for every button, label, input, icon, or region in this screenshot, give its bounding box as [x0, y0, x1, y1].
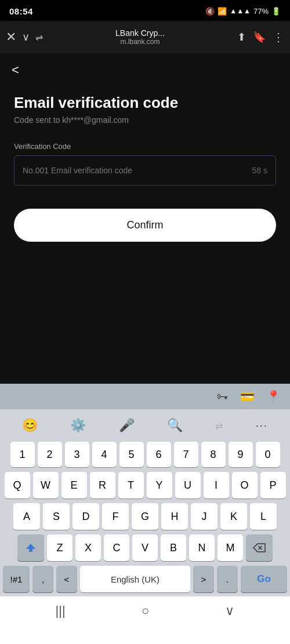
space-label: English (UK)	[111, 574, 160, 584]
bookmark-icon[interactable]: 🔖	[253, 31, 266, 43]
card-toolbar-icon[interactable]: 💳	[240, 390, 255, 403]
zxcv-row: Z X C V B N M	[0, 532, 290, 563]
mute-icon: 🔇	[205, 7, 215, 16]
shift-key[interactable]	[17, 534, 44, 561]
search-key[interactable]: 🔍	[162, 416, 187, 435]
browser-actions: ⬆ 🔖 ⋮	[237, 30, 284, 44]
qwerty-row: Q W E R T Y U I O P	[0, 470, 290, 501]
share-icon[interactable]: ⬆	[237, 31, 246, 43]
wifi-icon: 📶	[217, 7, 227, 16]
mic-key[interactable]: 🎤	[114, 416, 139, 435]
page-title: Email verification code	[14, 94, 276, 112]
key-s[interactable]: S	[43, 503, 70, 530]
key-h[interactable]: H	[161, 503, 188, 530]
comma-key[interactable]: ,	[32, 566, 53, 592]
app-header: <	[0, 53, 290, 82]
battery-shape: 🔋	[271, 7, 281, 16]
key-f[interactable]: F	[102, 503, 129, 530]
key-0[interactable]: 0	[256, 442, 280, 467]
field-label: Verification Code	[14, 142, 276, 151]
bottom-row: !#1 , < English (UK) > . Go	[0, 563, 290, 596]
back-button[interactable]: <	[12, 63, 19, 77]
nav-home-icon[interactable]: ○	[142, 603, 149, 618]
key-1[interactable]: 1	[10, 442, 35, 467]
status-bar: 08:54 🔇 📶 ▲▲▲ 77% 🔋	[0, 0, 290, 21]
key-o[interactable]: O	[232, 472, 258, 499]
browser-controls-icon[interactable]: ⇌	[35, 32, 43, 43]
browser-close-icon[interactable]: ✕	[6, 30, 16, 45]
more-key[interactable]: ···	[251, 417, 273, 434]
number-row: 1 2 3 4 5 6 7 8 9 0	[0, 439, 290, 470]
key-v[interactable]: V	[132, 534, 158, 561]
chevron-left-key[interactable]: <	[56, 566, 77, 592]
keyboard-area: 🗝 💳 📍 😊 ⚙️ 🎤 🔍 ⇄ ··· 1 2 3 4 5 6 7 8 9 0…	[0, 384, 290, 596]
key-z[interactable]: Z	[47, 534, 72, 561]
location-toolbar-icon[interactable]: 📍	[266, 390, 281, 403]
key-l[interactable]: L	[250, 503, 277, 530]
key-p[interactable]: P	[260, 472, 286, 499]
browser-url: m.lbank.com	[120, 38, 160, 46]
key-3[interactable]: 3	[65, 442, 89, 467]
key-i[interactable]: I	[204, 472, 229, 499]
translate-key[interactable]: ⇄	[211, 418, 227, 434]
browser-down-icon[interactable]: ∨	[22, 31, 30, 43]
browser-bar: ✕ ∨ ⇌ LBank Cryp... m.lbank.com ⬆ 🔖 ⋮	[0, 21, 290, 53]
verification-code-input[interactable]	[23, 166, 252, 175]
key-4[interactable]: 4	[92, 442, 117, 467]
asdf-row: A S D F G H J K L	[0, 501, 290, 532]
status-time: 08:54	[9, 6, 33, 16]
battery-icon: 77%	[253, 7, 269, 16]
key-x[interactable]: X	[75, 534, 101, 561]
key-y[interactable]: Y	[147, 472, 172, 499]
period-key[interactable]: .	[217, 566, 238, 592]
verification-input-wrapper[interactable]: 58 s	[14, 155, 276, 185]
key-5[interactable]: 5	[119, 442, 144, 467]
chevron-right-key[interactable]: >	[193, 566, 214, 592]
key-e[interactable]: E	[61, 472, 87, 499]
nav-back-icon[interactable]: ∨	[225, 603, 234, 618]
status-icons: 🔇 📶 ▲▲▲ 77% 🔋	[205, 7, 281, 16]
timer-text: 58 s	[252, 166, 267, 175]
page-content: Email verification code Code sent to kh*…	[0, 82, 290, 253]
key-w[interactable]: W	[33, 472, 59, 499]
key-r[interactable]: R	[90, 472, 115, 499]
key-j[interactable]: J	[191, 503, 217, 530]
space-key[interactable]: English (UK)	[80, 566, 190, 592]
page-subtitle: Code sent to kh****@gmail.com	[14, 115, 276, 125]
key-7[interactable]: 7	[174, 442, 198, 467]
keyboard-icon-row: 😊 ⚙️ 🎤 🔍 ⇄ ···	[0, 409, 290, 439]
signal-icon: ▲▲▲	[230, 7, 251, 15]
key-n[interactable]: N	[189, 534, 215, 561]
key-toolbar-icon[interactable]: 🗝	[217, 390, 229, 403]
key-8[interactable]: 8	[201, 442, 226, 467]
key-t[interactable]: T	[118, 472, 144, 499]
key-c[interactable]: C	[104, 534, 129, 561]
key-9[interactable]: 9	[229, 442, 253, 467]
settings-key[interactable]: ⚙️	[66, 416, 90, 435]
confirm-button[interactable]: Confirm	[14, 209, 276, 242]
key-6[interactable]: 6	[147, 442, 171, 467]
browser-url-area: LBank Cryp... m.lbank.com	[49, 28, 231, 46]
key-u[interactable]: U	[175, 472, 201, 499]
key-g[interactable]: G	[132, 503, 158, 530]
keyboard-toolbar: 🗝 💳 📍	[0, 384, 290, 409]
nav-menu-icon[interactable]: |||	[56, 603, 66, 618]
key-d[interactable]: D	[72, 503, 99, 530]
key-2[interactable]: 2	[38, 442, 62, 467]
emoji-key[interactable]: 😊	[17, 416, 42, 435]
app-area: < Email verification code Code sent to k…	[0, 53, 290, 384]
key-q[interactable]: Q	[5, 472, 30, 499]
key-a[interactable]: A	[13, 503, 40, 530]
browser-title: LBank Cryp...	[115, 28, 165, 38]
nav-bar: ||| ○ ∨	[0, 596, 290, 625]
key-k[interactable]: K	[220, 503, 247, 530]
key-b[interactable]: B	[161, 534, 186, 561]
go-key[interactable]: Go	[241, 566, 287, 592]
key-m[interactable]: M	[217, 534, 243, 561]
symbol-key[interactable]: !#1	[3, 566, 30, 592]
more-options-icon[interactable]: ⋮	[273, 30, 284, 44]
backspace-key[interactable]	[246, 534, 273, 561]
